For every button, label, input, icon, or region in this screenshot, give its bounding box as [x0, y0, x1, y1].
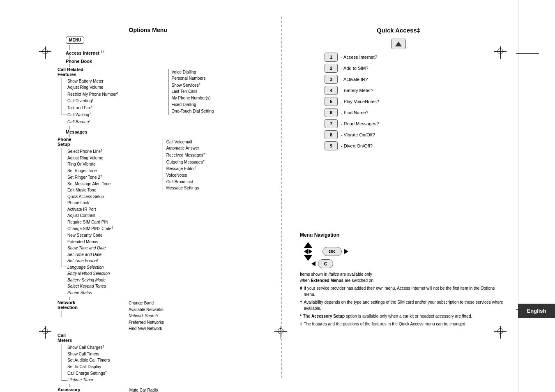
ps-i13: Change SIM PIN2 Code†	[67, 225, 113, 232]
ps-i20: Entry Method Selection	[67, 270, 113, 277]
note-italics: Items shown in Italics are available onl…	[300, 271, 505, 284]
call-related-sub: Show Battery Meter Adjust Ring Volume Re…	[58, 78, 119, 125]
ps-r1: Call Voicemail	[166, 139, 205, 145]
page-container: English Options Menu MENU Access Interne…	[0, 0, 555, 392]
network-selection-left: NetworkSelection	[58, 300, 78, 317]
call-meters-left: CallMeters Show Call Charges† Show Call …	[58, 333, 110, 383]
ps-i12: Require SIM Card PIN	[67, 219, 113, 226]
cm-i6: Lifetime Timer	[67, 377, 110, 383]
qa-item-2: 2 - Add to SIM?	[325, 64, 497, 73]
phone-setup-row: PhoneSetup Select Phone Line† Adjust Rin…	[58, 137, 214, 296]
nav-left-arrow	[304, 249, 308, 254]
up-arrow-icon	[395, 42, 402, 46]
accessory-setup-row: AccessorySetup* Mute Car Radio Automatic…	[58, 387, 214, 392]
qa-item-7: 7 - Read Messages?	[325, 119, 497, 128]
cr-vline	[69, 126, 69, 129]
ps-i7: Edit Music Tone	[67, 187, 113, 194]
ps-i5: Set Ringer Tone 2†	[67, 174, 113, 181]
ps-i6: Set Message Alert Tone	[67, 181, 113, 187]
crf-items: Show Battery Meter Adjust Ring Volume Re…	[67, 78, 119, 125]
ps-i16: Show Time and Date	[67, 245, 113, 251]
ns-right-items: Change Band Available Networks Network S…	[125, 300, 164, 332]
qa-label-8: - Vibrate On/Off?	[341, 132, 375, 137]
qa-key-6: 6	[325, 108, 338, 117]
up-arrow-btn	[391, 39, 406, 49]
crf-r1: Voice Dialling	[172, 69, 214, 76]
menu-vline	[69, 45, 69, 50]
qa-key-7: 7	[325, 119, 338, 128]
options-menu-title: Options Menu	[82, 27, 214, 33]
qa-item-1: 1 - Access Internet?	[325, 53, 497, 62]
qa-key-5: 5	[325, 97, 338, 106]
ps-i9: Phone Lock	[67, 200, 113, 206]
ps-right-items: Call Voicemail Automatic Answer Received…	[163, 139, 205, 191]
call-related-label: Call RelatedFeatures	[58, 67, 119, 77]
note-hash-symbol: #	[300, 285, 302, 297]
cm-vline	[69, 384, 69, 387]
ps-i4: Set Ringer Tone	[67, 168, 113, 174]
qa-label-1: - Access Internet?	[341, 55, 377, 60]
ps-items: Select Phone Line† Adjust Ring Volume Ri…	[67, 148, 113, 296]
access-internet-sup: †#	[101, 50, 104, 53]
cm-sub: Show Call Charges† Show Call Timers Set …	[58, 344, 110, 383]
ps-vline	[69, 297, 69, 300]
nav-ud-arrows	[300, 242, 316, 261]
notes-section: Items shown in Italics are available onl…	[300, 271, 505, 329]
note-hash-text: If your service provider has added their…	[304, 285, 505, 297]
note-double-dagger: ‡ The features and the positions of the …	[300, 321, 505, 327]
english-label: English	[527, 308, 546, 314]
menu-btn-label: MENU	[66, 37, 84, 44]
qa-item-4: 4 - Battery Meter?	[325, 86, 497, 95]
cm-i2: Show Call Timers	[67, 351, 110, 357]
crf-item-3: Restrict My Phone Number†	[67, 91, 119, 98]
c-section: C	[311, 259, 334, 268]
note-dagger-text: Availability depends on the type and set…	[304, 299, 505, 311]
crf-r3: Show Services†	[172, 82, 214, 89]
qa-key-9: 9	[325, 141, 338, 150]
qa-item-9: 9 - Divert On/Off?	[325, 141, 497, 150]
accessory-setup-label: AccessorySetup*	[58, 387, 81, 392]
c-left-arrow	[311, 261, 315, 266]
qa-label-7: - Read Messages?	[341, 121, 379, 126]
nav-right-arrow	[309, 249, 312, 254]
sidebar-line-top	[516, 53, 539, 54]
crf-right-items: Voice Dialling Personal Numbers Show Ser…	[168, 69, 214, 115]
crf-r2: Personal Numbers	[172, 75, 214, 82]
nav-lr-small	[304, 249, 312, 254]
ps-r3: Received Messages†	[166, 152, 205, 159]
crf-r6: Fixed Dialling†	[172, 101, 214, 108]
ps-i18: Set Time Format	[67, 258, 113, 264]
up-arrow-container	[300, 39, 497, 49]
accessory-setup-left: AccessorySetup*	[58, 387, 81, 392]
ok-btn: OK	[322, 247, 342, 256]
call-meters-row: CallMeters Show Call Charges† Show Call …	[58, 333, 214, 383]
ps-r4: Outgoing Messages†	[166, 159, 205, 166]
call-related-row: Call RelatedFeatures Show Battery Meter …	[58, 67, 214, 125]
ns-r2: Available Networks	[129, 307, 164, 313]
ps-i23: Phone Status	[67, 290, 113, 296]
messages-item: Messages	[66, 129, 214, 134]
ns-vline	[62, 311, 62, 317]
cm-i4: Set In-Call Display	[67, 364, 110, 370]
qa-key-8: 8	[325, 130, 338, 139]
cm-bracket	[62, 344, 67, 381]
note-ddagger-symbol: ‡	[300, 321, 302, 327]
qa-item-5: 5 - Play VoiceNotes?	[325, 97, 497, 106]
ps-bracket	[62, 148, 67, 267]
phone-setup-left: PhoneSetup Select Phone Line† Adjust Rin…	[58, 137, 113, 296]
network-selection-label: NetworkSelection	[58, 300, 78, 310]
crf-bracket	[62, 78, 67, 115]
qa-label-2: - Add to SIM?	[341, 66, 368, 71]
ps-r8: Message Settings	[166, 185, 205, 191]
crf-item-6: Call Waiting†	[67, 111, 119, 118]
menu-nav-title: Menu Navigation	[300, 232, 497, 238]
qa-key-2: 2	[325, 64, 338, 73]
ps-i22: Select Keypad Tones	[67, 283, 113, 290]
qa-label-9: - Divert On/Off?	[341, 143, 373, 148]
crf-item-4: Call Diverting†	[67, 97, 119, 104]
ps-i10: Activate IR Port	[67, 206, 113, 213]
crf-item-5: Talk and Fax†	[67, 104, 119, 111]
qa-key-4: 4	[325, 86, 338, 95]
qa-item-6: 6 - Find Name?	[325, 108, 497, 117]
crf-item-7: Call Barring†	[67, 118, 119, 125]
